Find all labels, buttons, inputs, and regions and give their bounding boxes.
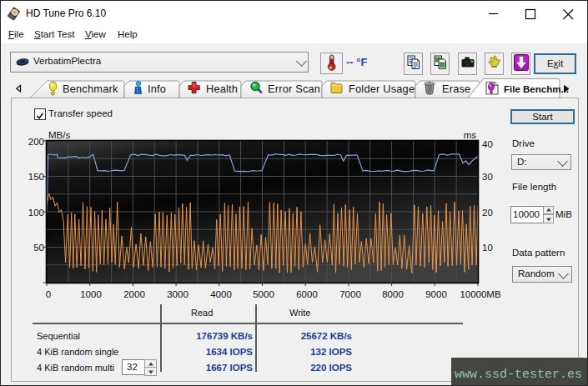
svg-text:100: 100 bbox=[28, 208, 44, 218]
svg-text:150: 150 bbox=[28, 172, 44, 182]
svg-text:20: 20 bbox=[482, 208, 493, 218]
svg-text:2000: 2000 bbox=[123, 289, 145, 299]
svg-text:0: 0 bbox=[46, 289, 51, 299]
svg-text:9000: 9000 bbox=[425, 289, 447, 299]
svg-text:30: 30 bbox=[482, 172, 493, 182]
svg-text:4000: 4000 bbox=[210, 289, 232, 299]
svg-text:200: 200 bbox=[28, 137, 44, 147]
svg-text:6000: 6000 bbox=[296, 289, 318, 299]
svg-text:8000: 8000 bbox=[382, 289, 404, 299]
svg-text:50: 50 bbox=[33, 243, 44, 253]
svg-text:10000MB: 10000MB bbox=[460, 289, 501, 299]
svg-text:1000: 1000 bbox=[80, 289, 102, 299]
svg-text:Benchmark: Benchmark bbox=[63, 83, 118, 95]
svg-text:MB/s: MB/s bbox=[48, 130, 70, 140]
svg-text:40: 40 bbox=[482, 139, 493, 149]
svg-text:5000: 5000 bbox=[253, 289, 274, 299]
svg-text:3000: 3000 bbox=[167, 289, 188, 299]
svg-text:Error Scan: Error Scan bbox=[268, 83, 320, 95]
svg-text:7000: 7000 bbox=[339, 289, 361, 299]
svg-text:Health: Health bbox=[206, 83, 238, 95]
svg-text:Folder Usage: Folder Usage bbox=[349, 83, 415, 95]
svg-text:Info: Info bbox=[148, 83, 166, 95]
svg-text:10: 10 bbox=[482, 243, 493, 253]
svg-text:Erase: Erase bbox=[442, 83, 470, 95]
svg-text:ms: ms bbox=[464, 130, 477, 140]
svg-text:File Benchm...: File Benchm... bbox=[504, 84, 569, 94]
